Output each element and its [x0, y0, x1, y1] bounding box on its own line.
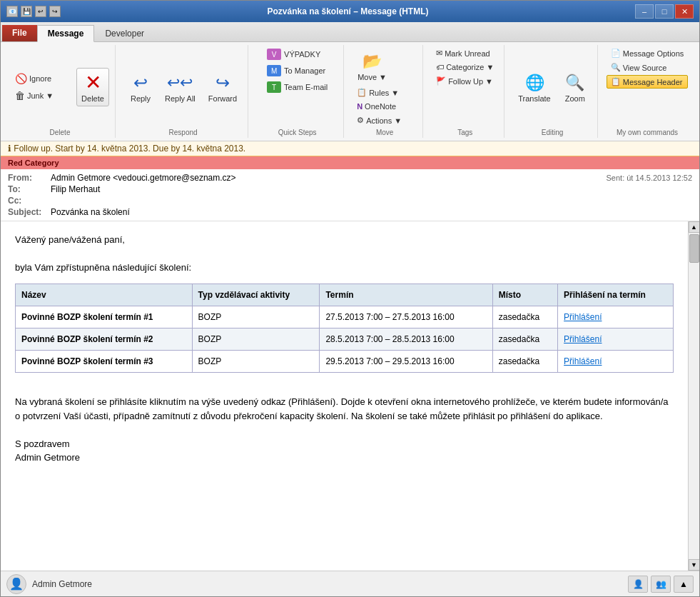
quick-access-undo[interactable]: ↩	[35, 6, 46, 17]
actions-button[interactable]: ⚙ Actions ▼	[352, 114, 417, 127]
status-icons: 👤 👥 ▲	[628, 576, 694, 593]
scroll-up-button[interactable]: ▲	[689, 221, 700, 233]
to-label: To:	[8, 184, 51, 194]
email-scrollbar: ▲ ▼	[688, 221, 699, 571]
to-field: To: Filip Merhaut	[8, 184, 692, 195]
junk-button[interactable]: 🗑 Junk ▼	[11, 88, 75, 104]
categorize-button[interactable]: 🏷 Categorize ▼	[432, 61, 498, 74]
cc-label: Cc:	[8, 196, 51, 206]
vypadky-button[interactable]: V VÝPADKY	[262, 46, 333, 62]
onenote-button[interactable]: N OneNote	[352, 100, 417, 113]
group-my-commands: 📄 Message Options 🔍 View Source 📋 Messag…	[601, 45, 694, 138]
my-commands-group-label: My own commands	[617, 127, 678, 136]
tab-message[interactable]: Message	[37, 25, 95, 42]
editing-buttons: 🌐 Translate 🔍 Zoom	[513, 46, 591, 127]
tab-file[interactable]: File	[2, 25, 37, 41]
move-button[interactable]: 📂 Move ▼	[352, 46, 392, 85]
training-table: Název Typ vzdělávací aktivity Termín Mís…	[15, 284, 674, 373]
view-source-button[interactable]: 🔍 View Source	[607, 61, 689, 74]
message-header-button[interactable]: 📋 Message Header	[607, 75, 689, 89]
to-manager-button[interactable]: M To Manager	[262, 63, 333, 79]
status-icon-2[interactable]: 👥	[651, 576, 671, 593]
rules-button[interactable]: 📋 Rules ▼	[352, 86, 417, 99]
scroll-down-button[interactable]: ▼	[689, 559, 700, 571]
status-bar: 👤 Admin Getmore 👤 👥 ▲	[1, 571, 699, 596]
reply-all-icon: ↩↩	[168, 71, 191, 94]
cc-value	[51, 196, 692, 206]
status-name: Admin Getmore	[32, 579, 622, 589]
app-icon: 📧	[6, 6, 18, 17]
quick-steps-group-label: Quick Steps	[278, 127, 317, 136]
status-expand-button[interactable]: ▲	[674, 576, 694, 593]
greeting: Vážený pane/vážená paní,	[15, 233, 674, 247]
delete-buttons: 🚫 Ignore 🗑 Junk ▼ ✕ Delete	[11, 46, 109, 127]
zoom-button[interactable]: 🔍 Zoom	[559, 68, 592, 106]
email-header: Red Category From: Admin Getmore <vedouc…	[1, 156, 699, 221]
footer1: Na vybraná školení se přihlásíte kliknut…	[15, 395, 674, 423]
footer3: Admin Getmore	[15, 451, 674, 465]
quick-access-redo[interactable]: ↪	[49, 6, 61, 17]
reply-all-button[interactable]: ↩↩ Reply All	[160, 68, 201, 106]
junk-icon: 🗑	[15, 90, 25, 101]
ribbon: File Message Developer 🚫 Ignore 🗑 Junk ▼	[1, 22, 699, 141]
team-email-button[interactable]: T Team E-mail	[262, 79, 333, 95]
move-icon: 📂	[361, 50, 384, 73]
cell-name: Povinné BOZP školení termín #3	[16, 350, 193, 372]
col-header-name: Název	[16, 284, 193, 306]
window-controls: – □ ✕	[635, 4, 694, 19]
subject-value: Pozvánka na školení	[51, 207, 692, 217]
followup-bar: ℹ Follow up. Start by 14. května 2013. D…	[1, 141, 699, 156]
maximize-button[interactable]: □	[655, 4, 674, 19]
message-options-icon: 📄	[611, 49, 621, 58]
quick-access-save[interactable]: 💾	[21, 6, 32, 17]
delete-icon: ✕	[81, 71, 104, 94]
forward-icon: ↪	[211, 71, 234, 94]
cell-link: Přihlášení	[558, 306, 674, 328]
message-header-icon: 📋	[611, 77, 621, 86]
footer2: S pozdravem	[15, 437, 674, 451]
editing-group-label: Editing	[542, 127, 564, 136]
ignore-button[interactable]: 🚫 Ignore	[11, 71, 75, 86]
signup-link[interactable]: Přihlášení	[564, 334, 602, 344]
delete-button[interactable]: ✕ Delete	[76, 68, 109, 106]
title-bar-left: 📧 💾 ↩ ↪	[6, 6, 61, 17]
reply-button[interactable]: ↩ Reply	[124, 68, 157, 106]
group-tags: ✉ Mark Unread 🏷 Categorize ▼ 🚩 Follow Up…	[426, 45, 504, 138]
close-button[interactable]: ✕	[675, 4, 694, 19]
reply-icon: ↩	[129, 71, 152, 94]
cc-field: Cc:	[8, 195, 692, 206]
signup-link[interactable]: Přihlášení	[564, 312, 602, 322]
from-field: From: Admin Getmore <vedouci.getmore@sez…	[8, 172, 236, 184]
followup-text: ℹ Follow up. Start by 14. května 2013. D…	[8, 144, 245, 154]
minimize-button[interactable]: –	[635, 4, 654, 19]
cell-place: zasedačka	[492, 328, 557, 350]
team-email-icon: T	[267, 81, 281, 93]
status-icon-1[interactable]: 👤	[628, 576, 648, 593]
category-bar: Red Category	[1, 156, 699, 169]
actions-icon: ⚙	[357, 116, 364, 125]
cell-type: BOZP	[192, 328, 320, 350]
group-respond: ↩ Reply ↩↩ Reply All ↪ Forward Respond	[118, 45, 248, 138]
translate-button[interactable]: 🌐 Translate	[513, 68, 555, 106]
rules-icon: 📋	[357, 88, 367, 97]
title-bar: 📧 💾 ↩ ↪ Pozvánka na školení – Message (H…	[1, 1, 699, 22]
mark-unread-button[interactable]: ✉ Mark Unread	[432, 46, 498, 60]
follow-up-button[interactable]: 🚩 Follow Up ▼	[432, 74, 498, 88]
cell-place: zasedačka	[492, 350, 557, 372]
cell-place: zasedačka	[492, 306, 557, 328]
col-header-type: Typ vzdělávací aktivity	[192, 284, 320, 306]
scroll-thumb[interactable]	[689, 234, 699, 263]
from-label: From:	[8, 173, 51, 183]
cell-date: 28.5.2013 7:00 – 28.5.2013 16:00	[320, 328, 492, 350]
my-commands-buttons: 📄 Message Options 🔍 View Source 📋 Messag…	[607, 46, 689, 127]
onenote-icon: N	[357, 102, 362, 111]
signup-link[interactable]: Přihlášení	[564, 356, 602, 366]
email-fields: From: Admin Getmore <vedouci.getmore@sez…	[1, 169, 699, 221]
to-manager-icon: M	[267, 65, 281, 76]
respond-buttons: ↩ Reply ↩↩ Reply All ↪ Forward	[124, 46, 242, 127]
message-options-button[interactable]: 📄 Message Options	[607, 46, 689, 60]
main-window: 📧 💾 ↩ ↪ Pozvánka na školení – Message (H…	[0, 0, 700, 597]
ribbon-content: 🚫 Ignore 🗑 Junk ▼ ✕ Delete Delete	[1, 42, 699, 141]
forward-button[interactable]: ↪ Forward	[203, 68, 242, 106]
tab-developer[interactable]: Developer	[94, 25, 155, 41]
